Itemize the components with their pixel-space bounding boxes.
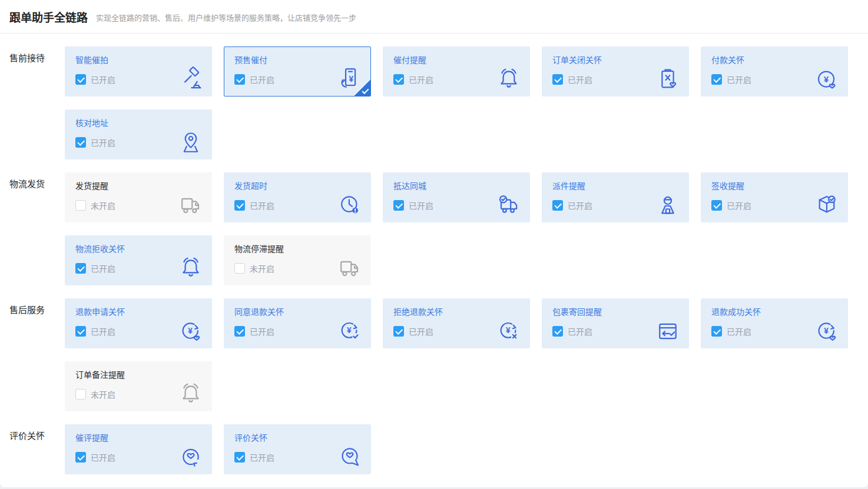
clock-alert-icon (337, 192, 363, 218)
truck-icon (178, 192, 204, 218)
card-title: 同意退款关怀 (234, 307, 360, 317)
service-card[interactable]: 物流拒收关怀已开启 (65, 235, 212, 285)
card-status-label: 已开启 (250, 325, 274, 337)
service-card[interactable]: 订单备注提醒未开启 (65, 361, 212, 411)
heart-bubble-icon (337, 444, 363, 470)
service-card[interactable]: 包裹寄回提醒已开启 (542, 298, 689, 348)
refund-x-icon: ¥ (496, 318, 522, 344)
card-toggle-checkbox[interactable] (234, 452, 245, 463)
service-card[interactable]: 核对地址已开启 (65, 109, 212, 159)
card-status-label: 已开启 (250, 451, 274, 463)
card-title: 物流拒收关怀 (75, 244, 201, 254)
card-toggle-checkbox[interactable] (75, 74, 86, 85)
card-status-label: 未开启 (91, 388, 115, 400)
heart-cycle-icon (178, 444, 204, 470)
selected-corner-check-badge (355, 80, 370, 96)
card-title: 包裹寄回提醒 (552, 307, 678, 317)
section-label: 售后服务 (0, 298, 65, 411)
return-card-icon (655, 318, 681, 344)
card-grid: 发货提醒未开启发货超时已开启抵达同城已开启派件提醒已开启签收提醒已开启物流拒收关… (65, 172, 850, 285)
service-card[interactable]: 物流停滞提醒未开启 (224, 235, 371, 285)
order-close-clipboard-icon (655, 66, 681, 92)
bell-icon (178, 255, 204, 281)
service-card[interactable]: 拒绝退款关怀已开启¥ (383, 298, 530, 348)
service-card[interactable]: 发货提醒未开启 (65, 172, 212, 222)
card-toggle-checkbox[interactable] (75, 137, 86, 148)
truck-check-icon (496, 192, 522, 218)
card-toggle-checkbox[interactable] (75, 326, 86, 337)
service-card[interactable]: 发货超时已开启 (224, 172, 371, 222)
card-toggle-checkbox[interactable] (552, 200, 563, 211)
card-title: 发货超时 (234, 181, 360, 191)
card-title: 催付提醒 (393, 55, 519, 65)
section-label: 售前接待 (0, 46, 65, 159)
service-card[interactable]: 催付提醒已开启 (383, 46, 530, 97)
service-card[interactable]: 预售催付已开启¥ (224, 46, 371, 97)
service-card[interactable]: 退款申请关怀已开启¥ (65, 298, 212, 348)
card-title: 退款成功关怀 (711, 307, 837, 317)
card-title: 发货提醒 (75, 181, 201, 191)
service-card[interactable]: 智能催拍已开启 (65, 46, 212, 97)
refund-heart-icon: ¥ (178, 318, 204, 344)
service-card[interactable]: 签收提醒已开启 (701, 172, 848, 222)
card-title: 派件提醒 (552, 181, 678, 191)
yuan-heart-circle-icon: ¥ (814, 66, 840, 92)
service-card[interactable]: 派件提醒已开启 (542, 172, 689, 222)
card-toggle-checkbox[interactable] (75, 263, 86, 274)
truck-icon (337, 255, 363, 281)
svg-text:¥: ¥ (188, 327, 193, 335)
card-toggle-checkbox[interactable] (75, 200, 86, 211)
card-toggle-checkbox[interactable] (552, 74, 563, 85)
svg-text:¥: ¥ (824, 75, 829, 84)
card-toggle-checkbox[interactable] (552, 326, 563, 337)
card-title: 签收提醒 (711, 181, 837, 191)
package-check-icon (814, 192, 840, 218)
card-title: 物流停滞提醒 (234, 244, 360, 254)
page-title: 跟单助手全链路 (9, 9, 88, 25)
card-status-label: 未开启 (91, 199, 115, 211)
service-card[interactable]: 催评提醒已开启 (65, 424, 212, 474)
card-title: 智能催拍 (75, 55, 201, 65)
refund-check-icon: ¥ (337, 318, 363, 344)
card-status-label: 已开启 (91, 74, 115, 85)
card-status-label: 已开启 (568, 325, 592, 337)
card-toggle-checkbox[interactable] (234, 263, 245, 274)
card-grid: 催评提醒已开启评价关怀已开启 (65, 424, 850, 474)
card-toggle-checkbox[interactable] (393, 326, 404, 337)
card-toggle-checkbox[interactable] (393, 200, 404, 211)
card-status-label: 已开启 (568, 199, 592, 211)
card-toggle-checkbox[interactable] (711, 74, 722, 85)
card-title: 付款关怀 (711, 55, 837, 65)
section-row: 评价关怀催评提醒已开启评价关怀已开启 (0, 424, 868, 474)
refund-heart-icon: ¥ (814, 318, 840, 344)
card-toggle-checkbox[interactable] (234, 200, 245, 211)
card-toggle-checkbox[interactable] (711, 326, 722, 337)
section-label: 评价关怀 (0, 424, 65, 474)
card-status-label: 已开启 (727, 199, 751, 211)
card-toggle-checkbox[interactable] (234, 326, 245, 337)
card-toggle-checkbox[interactable] (75, 389, 86, 400)
card-status-label: 已开启 (727, 325, 751, 337)
service-card[interactable]: 付款关怀已开启¥ (701, 46, 848, 97)
service-card[interactable]: 退款成功关怀已开启¥ (701, 298, 848, 348)
card-title: 订单备注提醒 (75, 370, 201, 380)
card-status-label: 已开启 (91, 137, 115, 148)
card-status-label: 已开启 (409, 325, 433, 337)
page-subtitle: 实现全链路的营销、售后、用户维护等场景的服务策略，让店铺竞争领先一步 (96, 10, 356, 23)
service-card[interactable]: 抵达同城已开启 (383, 172, 530, 222)
card-status-label: 未开启 (250, 262, 274, 274)
service-card[interactable]: 同意退款关怀已开启¥ (224, 298, 371, 348)
card-title: 评价关怀 (234, 433, 360, 443)
card-status-label: 已开启 (409, 199, 433, 211)
map-pin-icon (178, 129, 204, 155)
card-toggle-checkbox[interactable] (234, 74, 245, 85)
card-toggle-checkbox[interactable] (393, 74, 404, 85)
service-card[interactable]: 订单关闭关怀已开启 (542, 46, 689, 97)
card-grid: 退款申请关怀已开启¥同意退款关怀已开启¥拒绝退款关怀已开启¥包裹寄回提醒已开启退… (65, 298, 850, 411)
card-toggle-checkbox[interactable] (711, 200, 722, 211)
card-toggle-checkbox[interactable] (75, 452, 86, 463)
card-title: 预售催付 (234, 55, 360, 65)
svg-text:¥: ¥ (506, 326, 511, 335)
service-card[interactable]: 评价关怀已开启 (224, 424, 371, 474)
svg-text:¥: ¥ (347, 326, 352, 335)
